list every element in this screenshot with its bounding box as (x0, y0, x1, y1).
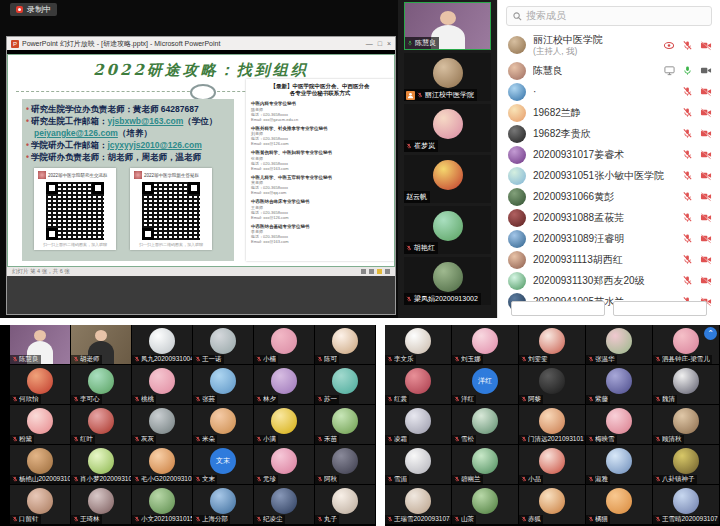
strip-video-tile[interactable]: 丽江校中医学院 (404, 53, 491, 101)
gallery-tile[interactable]: 淑雅 (586, 445, 652, 484)
participant-name: 丸子 (324, 515, 337, 524)
gallery-tile[interactable]: 红裳 (385, 365, 451, 404)
mic-off-icon (406, 143, 412, 150)
email-link[interactable]: yjsbxwb@163.com (107, 116, 183, 126)
gallery-tile[interactable]: 王一诺 (193, 325, 253, 364)
gallery-tile[interactable]: 阿黎 (519, 365, 585, 404)
gallery-tile[interactable]: 米朵 (193, 405, 253, 444)
gallery-tile[interactable]: 毛小G20200931034 (132, 445, 192, 484)
gallery-tile[interactable]: 小楠 (254, 325, 314, 364)
gallery-tile[interactable]: 顾清秋 (653, 405, 719, 444)
participant-row[interactable]: 20200931051张小敏中医学院 (498, 165, 720, 186)
gallery-tile[interactable]: 紫藤 (586, 365, 652, 404)
mic-off-icon (73, 516, 79, 523)
participant-row[interactable]: 19682兰静 (498, 102, 720, 123)
gallery-tile[interactable]: 张温华 (586, 325, 652, 364)
gallery-tile[interactable]: 洋红洋红 (452, 365, 518, 404)
statusbar-view-controls[interactable] (361, 269, 390, 274)
participant-row[interactable]: 20200931066黄彭 (498, 186, 720, 207)
participant-name: 张芸 (202, 395, 215, 404)
gallery-tile[interactable]: 杨艳山20200931022 (10, 445, 70, 484)
gallery-tile[interactable]: 丸子 (315, 485, 375, 524)
gallery-tile[interactable]: 小文20210931015 (132, 485, 192, 524)
gallery-tile[interactable]: 李可心 (71, 365, 131, 404)
gallery-tile[interactable]: 纪凌尘 (254, 485, 314, 524)
camera-off-icon (700, 86, 712, 97)
gallery-tile[interactable]: 苏一 (315, 365, 375, 404)
gallery-tile[interactable]: 赤狐 (519, 485, 585, 524)
mic-off-icon (588, 436, 594, 443)
email-link[interactable]: peiyangke@126.com (34, 128, 118, 138)
gallery-tile[interactable]: 禾苗 (315, 405, 375, 444)
gallery-tile[interactable]: 肖小梦20200931070 (71, 445, 131, 484)
participant-row[interactable]: 20200931088孟莜芫 (498, 207, 720, 228)
close-icon[interactable]: × (387, 40, 391, 47)
gallery-tile[interactable]: 王雪晴20200931079 (653, 485, 719, 524)
participant-nametag: 凤九20200931004 (132, 355, 192, 364)
gallery-tile[interactable]: 王琦林 (71, 485, 131, 524)
gallery-tile[interactable]: 魏清 (653, 365, 719, 404)
participant-row[interactable]: 20200931113胡西红 (498, 249, 720, 270)
strip-video-tile[interactable]: 梁凤娟20200913002 (404, 257, 491, 305)
slideshow-view-icon[interactable] (377, 269, 382, 274)
participant-row[interactable]: 丽江校中医学院(主持人, 我) (498, 30, 720, 60)
more-actions-button[interactable] (613, 301, 707, 316)
gallery-tile[interactable]: 王瑞雪20200931074 (385, 485, 451, 524)
gallery-tile[interactable]: 山茶 (452, 485, 518, 524)
gallery-tile[interactable]: 胡老师 (71, 325, 131, 364)
maximize-icon[interactable]: □ (378, 40, 382, 47)
search-input[interactable]: 搜索成员 (506, 6, 712, 26)
gallery-tile[interactable]: 文末文末 (193, 445, 253, 484)
strip-video-tile[interactable]: 陈慧良 (404, 2, 491, 50)
gallery-tile[interactable]: 陈慧良 (10, 325, 70, 364)
minimize-icon[interactable]: — (366, 40, 373, 47)
gallery-tile[interactable]: 陈可 (315, 325, 375, 364)
gallery-tile[interactable]: 橘猫 (586, 485, 652, 524)
gallery-tile[interactable]: 林夕 (254, 365, 314, 404)
participant-row[interactable]: 20200931089汪睿明 (498, 228, 720, 249)
participant-avatar (27, 368, 53, 394)
gallery-tile[interactable]: 雪湄 (385, 445, 451, 484)
gallery-tile[interactable]: 张芸 (193, 365, 253, 404)
gallery-tile[interactable]: 小满 (254, 405, 314, 444)
gallery-tile[interactable]: 粉黛 (10, 405, 70, 444)
strip-video-tile[interactable]: 崔梦岚 (404, 104, 491, 152)
gallery-tile[interactable]: 上海分部 (193, 485, 253, 524)
gallery-tile[interactable]: 口留针 (10, 485, 70, 524)
chevron-up-icon[interactable]: ⌃ (704, 327, 717, 340)
gallery-tile[interactable]: 凤九20200931004 (132, 325, 192, 364)
gallery-tile[interactable]: 碧幽兰 (452, 445, 518, 484)
gallery-tile[interactable]: 凌霜 (385, 405, 451, 444)
gallery-tile[interactable]: 梅映雪 (586, 405, 652, 444)
gallery-tile[interactable]: 元珍 (254, 445, 314, 484)
participant-row[interactable]: 20200931130郑西友20级 (498, 270, 720, 291)
qr-card: 2022届中医学院研究生交流群扫一扫上面的二维码图案，加入群聊 (34, 168, 116, 250)
gallery-tile[interactable]: 八卦镇神子 (653, 445, 719, 484)
gallery-tile[interactable]: 刘玉娜 (452, 325, 518, 364)
gallery-tile[interactable]: 小品 (519, 445, 585, 484)
participant-name: 林夕 (263, 395, 276, 404)
mic-on-icon (682, 65, 693, 76)
gallery-tile[interactable]: 刘雯雯 (519, 325, 585, 364)
mute-all-button[interactable] (511, 301, 605, 316)
participant-row[interactable]: · (498, 81, 720, 102)
strip-video-tile[interactable]: 胡艳红 (404, 206, 491, 254)
qr-card-caption: 扫一扫上面的二维码图案，加入群聊 (38, 242, 112, 247)
email-link[interactable]: jcyxyyjs2010@126.com (107, 140, 201, 150)
gallery-tile[interactable]: 门清远20210931015 (519, 405, 585, 444)
gallery-tile[interactable]: 灰灰 (132, 405, 192, 444)
mic-off-icon (12, 476, 18, 483)
strip-video-tile[interactable]: 赵云帆 (404, 155, 491, 203)
gallery-tile[interactable]: 李文乐 (385, 325, 451, 364)
gallery-tile[interactable]: 红叶 (71, 405, 131, 444)
gallery-tile[interactable]: 桃桃 (132, 365, 192, 404)
normal-view-icon[interactable] (361, 269, 366, 274)
gallery-tile[interactable]: 雪松 (452, 405, 518, 444)
gallery-tile[interactable]: 何欣怡 (10, 365, 70, 404)
participant-row[interactable]: 陈慧良 (498, 60, 720, 81)
zoom-control-icon[interactable] (385, 269, 390, 274)
sorter-view-icon[interactable] (369, 269, 374, 274)
participant-row[interactable]: 19682李贵欣 (498, 123, 720, 144)
participant-row[interactable]: 20200931017姜睿术 (498, 144, 720, 165)
gallery-tile[interactable]: 阿秋 (315, 445, 375, 484)
